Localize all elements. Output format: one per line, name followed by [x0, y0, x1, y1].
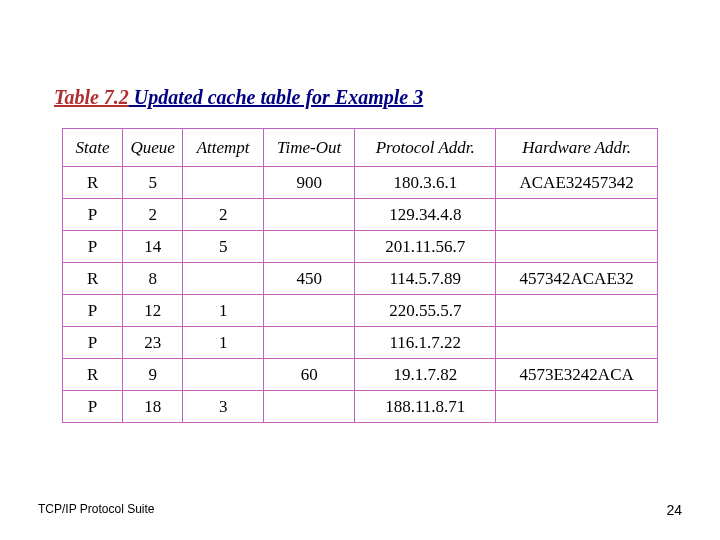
cell-queue: 18 — [123, 391, 183, 423]
cell-timeout — [264, 295, 355, 327]
cell-queue: 2 — [123, 199, 183, 231]
table-row: P183188.11.8.71 — [63, 391, 658, 423]
table-body: R5900180.3.6.1ACAE32457342P22129.34.4.8P… — [63, 167, 658, 423]
cell-paddr: 201.11.56.7 — [355, 231, 496, 263]
cell-timeout: 900 — [264, 167, 355, 199]
cell-attempt: 3 — [183, 391, 264, 423]
cell-queue: 5 — [123, 167, 183, 199]
table-header-row: State Queue Attempt Time-Out Protocol Ad… — [63, 129, 658, 167]
table-caption: Table 7.2 Updated cache table for Exampl… — [54, 86, 423, 109]
cell-attempt — [183, 167, 264, 199]
cell-state: P — [63, 327, 123, 359]
cell-state: R — [63, 167, 123, 199]
cell-timeout: 60 — [264, 359, 355, 391]
cell-paddr: 129.34.4.8 — [355, 199, 496, 231]
table-row: P22129.34.4.8 — [63, 199, 658, 231]
cell-state: P — [63, 199, 123, 231]
table-number: Table 7.2 — [54, 86, 129, 108]
cell-timeout: 450 — [264, 263, 355, 295]
page-number: 24 — [666, 502, 682, 518]
cache-table-container: State Queue Attempt Time-Out Protocol Ad… — [62, 128, 658, 423]
cell-attempt: 1 — [183, 295, 264, 327]
table-title: Updated cache table for Example 3 — [129, 86, 423, 108]
cell-queue: 9 — [123, 359, 183, 391]
cell-timeout — [264, 327, 355, 359]
cell-attempt: 5 — [183, 231, 264, 263]
cell-timeout — [264, 391, 355, 423]
header-protocol-addr: Protocol Addr. — [355, 129, 496, 167]
cell-queue: 8 — [123, 263, 183, 295]
table-row: R8450114.5.7.89457342ACAE32 — [63, 263, 658, 295]
footer-source: TCP/IP Protocol Suite — [38, 502, 155, 516]
cell-haddr: 457342ACAE32 — [496, 263, 658, 295]
cell-state: R — [63, 359, 123, 391]
cell-state: P — [63, 295, 123, 327]
header-hardware-addr: Hardware Addr. — [496, 129, 658, 167]
cell-haddr — [496, 231, 658, 263]
cell-attempt — [183, 263, 264, 295]
cell-paddr: 19.1.7.82 — [355, 359, 496, 391]
cell-haddr — [496, 391, 658, 423]
header-timeout: Time-Out — [264, 129, 355, 167]
cell-paddr: 116.1.7.22 — [355, 327, 496, 359]
cell-queue: 12 — [123, 295, 183, 327]
table-row: R96019.1.7.824573E3242ACA — [63, 359, 658, 391]
cell-state: R — [63, 263, 123, 295]
cell-haddr: 4573E3242ACA — [496, 359, 658, 391]
table-row: P231116.1.7.22 — [63, 327, 658, 359]
cache-table: State Queue Attempt Time-Out Protocol Ad… — [62, 128, 658, 423]
cell-queue: 23 — [123, 327, 183, 359]
cell-haddr — [496, 295, 658, 327]
cell-attempt: 2 — [183, 199, 264, 231]
cell-paddr: 188.11.8.71 — [355, 391, 496, 423]
cell-attempt — [183, 359, 264, 391]
cell-haddr: ACAE32457342 — [496, 167, 658, 199]
cell-paddr: 220.55.5.7 — [355, 295, 496, 327]
cell-state: P — [63, 231, 123, 263]
table-row: P121220.55.5.7 — [63, 295, 658, 327]
cell-timeout — [264, 199, 355, 231]
cell-timeout — [264, 231, 355, 263]
cell-queue: 14 — [123, 231, 183, 263]
header-state: State — [63, 129, 123, 167]
header-queue: Queue — [123, 129, 183, 167]
cell-haddr — [496, 199, 658, 231]
cell-paddr: 180.3.6.1 — [355, 167, 496, 199]
cell-paddr: 114.5.7.89 — [355, 263, 496, 295]
table-row: R5900180.3.6.1ACAE32457342 — [63, 167, 658, 199]
cell-haddr — [496, 327, 658, 359]
header-attempt: Attempt — [183, 129, 264, 167]
cell-state: P — [63, 391, 123, 423]
cell-attempt: 1 — [183, 327, 264, 359]
table-row: P145201.11.56.7 — [63, 231, 658, 263]
